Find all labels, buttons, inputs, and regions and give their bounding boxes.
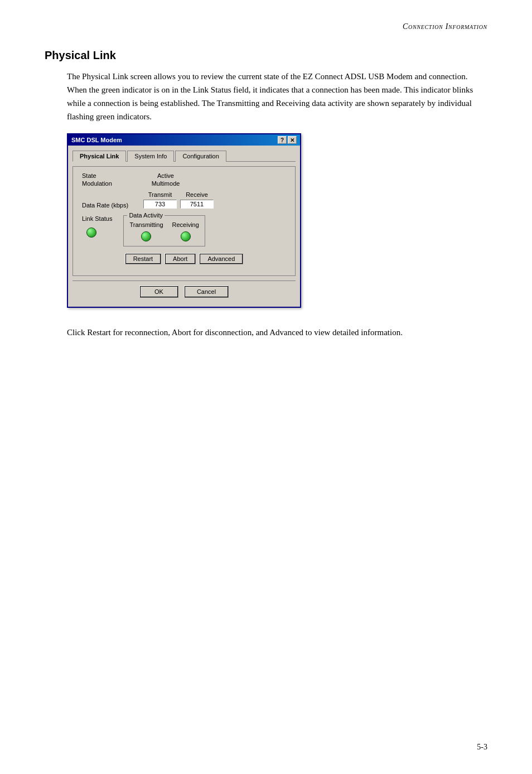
advanced-button[interactable]: Advanced <box>199 253 243 264</box>
cancel-button[interactable]: Cancel <box>184 286 229 298</box>
data-rate-label: Data Rate (kbps) <box>82 202 143 209</box>
receiving-label: Receiving <box>172 221 199 228</box>
close-button[interactable]: ✕ <box>288 136 297 144</box>
titlebar-buttons: ? ✕ <box>278 136 297 144</box>
section-title: Physical Link <box>45 49 487 62</box>
data-activity-inner: Transmitting Receiving <box>129 221 199 241</box>
transmitting-indicator <box>141 231 151 241</box>
transmit-value: 733 <box>143 200 177 209</box>
tab-configuration[interactable]: Configuration <box>175 151 226 162</box>
transmit-col-label: Transmit <box>143 191 177 198</box>
dialog-window: SMC DSL Modem ? ✕ Physical Link System I… <box>67 133 301 308</box>
receiving-indicator <box>181 231 191 241</box>
data-activity-title: Data Activity <box>127 212 165 219</box>
header-title: Connection Information <box>403 22 487 31</box>
transmitting-col: Transmitting <box>129 221 163 241</box>
receive-value: 7511 <box>180 200 214 209</box>
state-value: Active <box>143 172 188 179</box>
dialog-title: SMC DSL Modem <box>71 137 122 143</box>
modulation-value: Multimode <box>143 180 188 187</box>
dialog-footer: OK Cancel <box>72 280 296 302</box>
status-row: Link Status Data Activity Transmitting <box>82 215 286 246</box>
smc-dsl-modem-dialog: SMC DSL Modem ? ✕ Physical Link System I… <box>67 133 301 308</box>
dialog-body: Physical Link System Info Configuration … <box>68 146 300 307</box>
action-buttons-row: Restart Abort Advanced <box>82 253 286 264</box>
link-status-indicator <box>86 228 96 238</box>
state-row: State Active <box>82 172 286 179</box>
data-rate-row: Data Rate (kbps) Transmit Receive 733 75… <box>82 191 286 209</box>
tab-bar: Physical Link System Info Configuration <box>72 150 296 162</box>
tab-content: State Active Modulation Multimode Data R… <box>72 166 296 276</box>
link-status-section: Link Status <box>82 215 112 238</box>
ok-button[interactable]: OK <box>139 286 178 298</box>
modulation-row: Modulation Multimode <box>82 180 286 187</box>
help-button[interactable]: ? <box>278 136 287 144</box>
receive-col-label: Receive <box>180 191 214 198</box>
dialog-titlebar: SMC DSL Modem ? ✕ <box>68 134 300 146</box>
abort-button[interactable]: Abort <box>165 253 196 264</box>
restart-button[interactable]: Restart <box>125 253 161 264</box>
page-header: Connection Information <box>45 22 487 31</box>
section-body: The Physical Link screen allows you to r… <box>67 70 487 123</box>
link-status-label: Link Status <box>82 215 112 222</box>
tab-system-info[interactable]: System Info <box>127 151 174 162</box>
modulation-label: Modulation <box>82 180 143 187</box>
page-number: 5-3 <box>477 743 487 752</box>
data-activity-section: Data Activity Transmitting Receiving <box>123 215 205 246</box>
footer-text: Click Restart for reconnection, Abort fo… <box>67 326 487 339</box>
transmitting-label: Transmitting <box>129 221 163 228</box>
state-label: State <box>82 172 143 179</box>
tab-physical-link[interactable]: Physical Link <box>72 151 126 162</box>
receiving-col: Receiving <box>172 221 199 241</box>
